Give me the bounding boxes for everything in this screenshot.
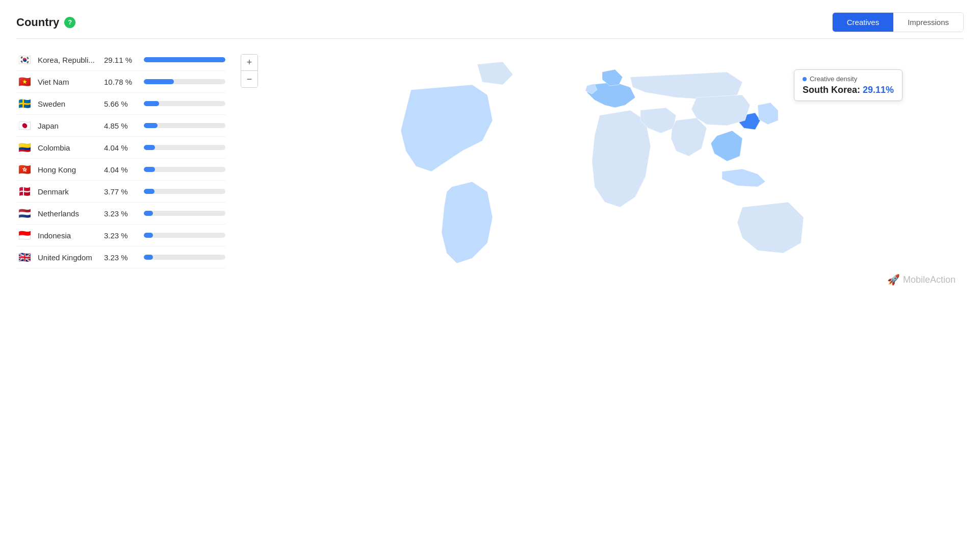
country-flag: 🇻🇳 <box>16 76 33 87</box>
bar-container <box>144 189 225 194</box>
country-name: Viet Nam <box>38 78 104 86</box>
tooltip-value: South Korea: 29.11% <box>803 85 894 95</box>
country-row: 🇩🇰Denmark3.77 % <box>16 181 225 203</box>
country-flag: 🇰🇷 <box>16 54 33 65</box>
bar-container <box>144 233 225 238</box>
country-pct: 29.11 % <box>104 56 140 64</box>
zoom-out-button[interactable]: − <box>241 71 257 87</box>
country-pct: 3.77 % <box>104 187 140 196</box>
country-row: 🇻🇳Viet Nam10.78 % <box>16 71 225 93</box>
china <box>691 95 750 126</box>
country-flag: 🇬🇧 <box>16 252 33 263</box>
section-title: Country <box>16 16 59 29</box>
country-name: Sweden <box>38 100 104 108</box>
bar-container <box>144 79 225 84</box>
bar-fill <box>144 255 153 260</box>
australia <box>737 202 804 253</box>
country-row: 🇭🇰Hong Kong4.04 % <box>16 159 225 181</box>
help-icon[interactable]: ? <box>64 17 75 28</box>
tab-impressions[interactable]: Impressions <box>893 13 963 32</box>
japan <box>758 103 778 125</box>
country-row: 🇮🇩Indonesia3.23 % <box>16 225 225 246</box>
country-name: Hong Kong <box>38 165 104 174</box>
southeast-asia <box>711 131 742 161</box>
country-name: Netherlands <box>38 209 104 218</box>
bar-fill <box>144 101 159 106</box>
country-row: 🇬🇧United Kingdom3.23 % <box>16 246 225 268</box>
map-tooltip: Creative density South Korea: 29.11% <box>794 69 902 101</box>
watermark: 🚀 MobileAction <box>887 274 956 286</box>
bar-container <box>144 57 225 62</box>
tooltip-label: Creative density <box>803 75 894 83</box>
country-row: 🇳🇱Netherlands3.23 % <box>16 203 225 225</box>
bar-fill <box>144 57 225 62</box>
country-name: Colombia <box>38 143 104 152</box>
section-header: Country ? Creatives Impressions <box>16 12 964 39</box>
africa <box>592 110 651 207</box>
country-pct: 3.23 % <box>104 253 140 262</box>
country-name: Korea, Republi... <box>38 56 104 64</box>
zoom-controls: + − <box>241 54 258 88</box>
country-pct: 4.04 % <box>104 143 140 152</box>
bar-container <box>144 145 225 150</box>
country-row: 🇸🇪Sweden5.66 % <box>16 93 225 115</box>
country-flag: 🇸🇪 <box>16 98 33 109</box>
bar-container <box>144 123 225 128</box>
country-pct: 3.23 % <box>104 231 140 240</box>
map-area: + − <box>236 49 964 294</box>
country-flag: 🇭🇰 <box>16 164 33 175</box>
country-flag: 🇯🇵 <box>16 120 33 131</box>
country-name: United Kingdom <box>38 253 104 262</box>
country-row: 🇰🇷Korea, Republi...29.11 % <box>16 49 225 71</box>
greenland <box>477 62 513 85</box>
bar-container <box>144 255 225 260</box>
bar-fill <box>144 79 174 84</box>
south-america <box>442 182 493 263</box>
tab-group: Creatives Impressions <box>832 12 964 32</box>
country-pct: 4.04 % <box>104 165 140 174</box>
main-container: Country ? Creatives Impressions 🇰🇷Korea,… <box>0 0 980 306</box>
content-area: 🇰🇷Korea, Republi...29.11 %🇻🇳Viet Nam10.7… <box>16 49 964 294</box>
country-row: 🇯🇵Japan4.85 % <box>16 115 225 137</box>
bar-fill <box>144 145 155 150</box>
bar-fill <box>144 123 158 128</box>
bar-fill <box>144 233 153 238</box>
country-flag: 🇳🇱 <box>16 208 33 219</box>
bar-fill <box>144 189 154 194</box>
country-pct: 10.78 % <box>104 78 140 86</box>
country-flag: 🇮🇩 <box>16 230 33 241</box>
bar-fill <box>144 167 155 172</box>
north-america <box>401 85 493 171</box>
watermark-icon: 🚀 <box>887 274 900 286</box>
india <box>671 118 707 156</box>
country-pct: 3.23 % <box>104 209 140 218</box>
bar-container <box>144 167 225 172</box>
map-svg-container: Creative density South Korea: 29.11% 🚀 M… <box>236 49 964 294</box>
country-row: 🇨🇴Colombia4.04 % <box>16 137 225 159</box>
zoom-in-button[interactable]: + <box>241 55 257 71</box>
tooltip-dot-icon <box>803 77 807 81</box>
country-name: Japan <box>38 121 104 130</box>
country-flag: 🇩🇰 <box>16 186 33 197</box>
country-list: 🇰🇷Korea, Republi...29.11 %🇻🇳Viet Nam10.7… <box>16 49 236 294</box>
bar-container <box>144 101 225 106</box>
country-name: Denmark <box>38 187 104 196</box>
header-left: Country ? <box>16 16 75 29</box>
bar-container <box>144 211 225 216</box>
country-pct: 5.66 % <box>104 100 140 108</box>
indonesia <box>722 169 765 187</box>
country-flag: 🇨🇴 <box>16 142 33 153</box>
tab-creatives[interactable]: Creatives <box>833 13 893 32</box>
country-pct: 4.85 % <box>104 121 140 130</box>
bar-fill <box>144 211 153 216</box>
country-name: Indonesia <box>38 231 104 240</box>
